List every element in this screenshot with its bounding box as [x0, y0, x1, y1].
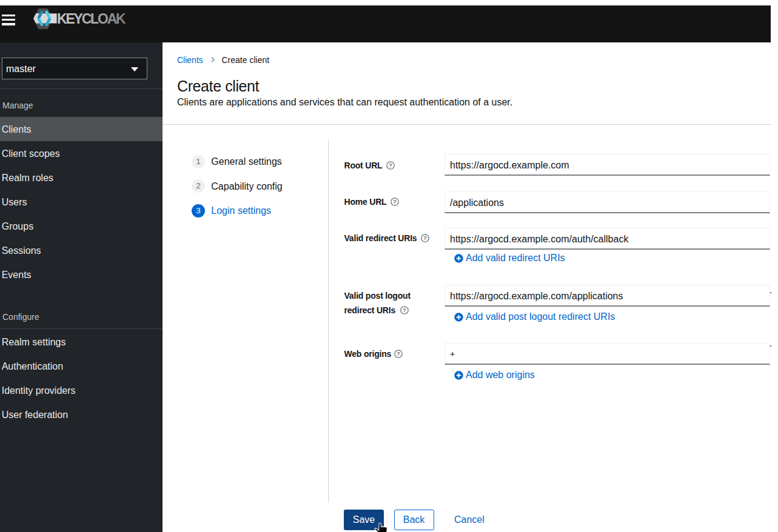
svg-text:?: ?	[397, 350, 400, 357]
svg-text:?: ?	[389, 162, 392, 168]
svg-text:?: ?	[423, 235, 427, 242]
svg-text:?: ?	[403, 307, 406, 313]
svg-text:?: ?	[393, 199, 397, 205]
svg-text:KEYCLOAK: KEYCLOAK	[57, 11, 126, 27]
